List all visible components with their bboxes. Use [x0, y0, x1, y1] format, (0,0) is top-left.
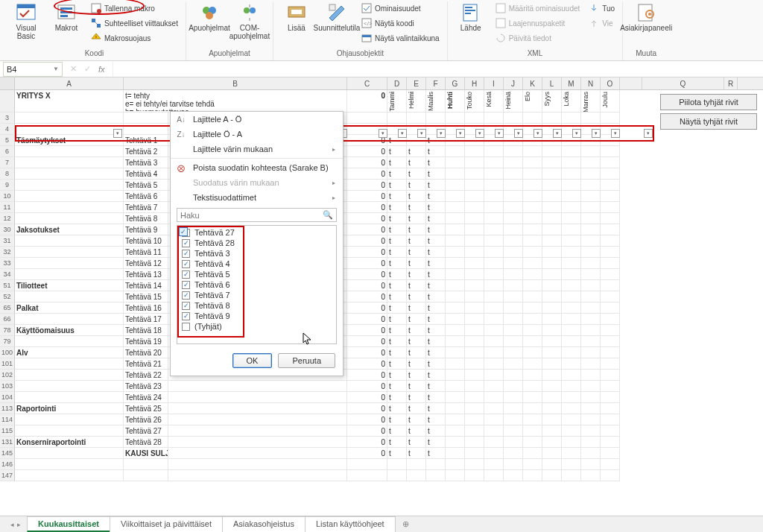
document-panel-button[interactable]: Asiakirjapaneeli [627, 1, 665, 34]
cell[interactable]: t [426, 291, 446, 303]
cell[interactable] [446, 180, 465, 191]
cell[interactable] [446, 213, 465, 224]
cell[interactable]: t [426, 314, 446, 325]
col-header-L[interactable]: L [542, 77, 562, 89]
filter-check-item[interactable]: ✓Tehtävä 9 [179, 311, 335, 321]
cell[interactable] [581, 370, 601, 381]
cell[interactable] [465, 269, 484, 280]
cell[interactable] [426, 113, 446, 124]
cell[interactable]: Konserniraportointi [15, 437, 124, 448]
row-header[interactable]: 115 [0, 425, 15, 437]
cell[interactable] [504, 370, 523, 381]
cell[interactable]: t [407, 425, 426, 437]
cell[interactable] [446, 325, 465, 336]
cell[interactable] [542, 325, 562, 336]
cell[interactable]: 0 [347, 235, 387, 247]
cell[interactable]: t [387, 146, 407, 157]
hide-empty-rows-button[interactable]: Piilota tyhjät rivit [660, 94, 757, 110]
cell[interactable]: Palkat [15, 303, 124, 314]
namebox-dropdown-icon[interactable]: ▼ [53, 66, 59, 72]
cell[interactable]: t [407, 258, 426, 269]
cell[interactable]: t [387, 381, 407, 392]
cell[interactable] [407, 470, 426, 481]
cell[interactable] [523, 146, 542, 157]
cell[interactable] [124, 470, 168, 481]
cell-zero[interactable]: 0 [347, 90, 387, 113]
record-macro-button[interactable]: Tallenna makro [88, 1, 181, 15]
cell[interactable] [15, 414, 124, 425]
cell[interactable] [446, 235, 465, 247]
cell[interactable]: t [426, 425, 446, 437]
cell[interactable] [504, 459, 523, 470]
cell[interactable] [601, 202, 620, 213]
xml-source-button[interactable]: Lähde [452, 1, 490, 34]
cell[interactable] [465, 448, 484, 459]
cell[interactable] [542, 314, 562, 325]
sort-az-item[interactable]: A↓Lajittele A - Ö [171, 112, 343, 127]
cell[interactable]: 0 [347, 336, 387, 347]
cell[interactable] [15, 235, 124, 247]
cell[interactable] [504, 470, 523, 481]
cell[interactable] [542, 168, 562, 180]
cell[interactable] [446, 280, 465, 291]
cell[interactable]: t [407, 235, 426, 247]
cell[interactable] [601, 146, 620, 157]
cell[interactable] [387, 459, 407, 470]
cell[interactable] [504, 314, 523, 325]
cell[interactable] [581, 258, 601, 269]
cell[interactable] [446, 470, 465, 481]
cell[interactable] [465, 213, 484, 224]
cell[interactable]: 0 [347, 280, 387, 291]
row-header[interactable]: 52 [0, 291, 15, 303]
cell[interactable] [465, 336, 484, 347]
cell[interactable] [581, 392, 601, 403]
cell[interactable]: Tehtävä 11 [124, 247, 168, 258]
cell[interactable]: t [387, 269, 407, 280]
col-header-O[interactable]: O [601, 77, 620, 89]
cell[interactable]: Tiliotteet [15, 280, 124, 291]
cell[interactable] [465, 202, 484, 213]
cell[interactable]: t [387, 168, 407, 180]
cell[interactable] [581, 247, 601, 258]
cell[interactable]: t [387, 314, 407, 325]
cell[interactable] [562, 157, 581, 168]
cell[interactable] [484, 425, 504, 437]
add-sheet-button[interactable]: ⊕ [395, 517, 417, 531]
cell[interactable] [15, 291, 124, 303]
cell[interactable]: t [387, 224, 407, 235]
row-header[interactable]: 10 [0, 191, 15, 202]
cell[interactable]: t [407, 224, 426, 235]
cell[interactable] [15, 258, 124, 269]
filter-btn-F[interactable]: ▾ [437, 129, 446, 138]
cell[interactable] [15, 168, 124, 180]
cell[interactable] [484, 168, 504, 180]
cell[interactable] [504, 247, 523, 258]
cell[interactable] [523, 269, 542, 280]
cell[interactable] [484, 113, 504, 124]
cell[interactable] [581, 213, 601, 224]
cell[interactable] [446, 113, 465, 124]
row-header[interactable]: 9 [0, 180, 15, 191]
cell[interactable] [523, 403, 542, 414]
cell[interactable] [523, 414, 542, 425]
cell[interactable] [15, 202, 124, 213]
cell[interactable] [562, 235, 581, 247]
filter-check-item[interactable]: ✓Tehtävä 4 [179, 259, 335, 269]
select-all-checkbox[interactable]: ✓ [179, 227, 188, 236]
cell[interactable] [465, 414, 484, 425]
row-header[interactable]: 78 [0, 325, 15, 336]
filter-checklist[interactable]: ✓ ✓Tehtävä 27✓Tehtävä 28✓Tehtävä 3✓Tehtä… [177, 225, 337, 344]
cell[interactable] [504, 113, 523, 124]
row-header[interactable]: 100 [0, 347, 15, 358]
cell[interactable] [523, 448, 542, 459]
cell[interactable] [542, 336, 562, 347]
cell[interactable] [504, 258, 523, 269]
checkbox-icon[interactable]: ✓ [182, 250, 190, 258]
cell[interactable] [465, 113, 484, 124]
cell[interactable] [542, 146, 562, 157]
row-header[interactable]: 113 [0, 403, 15, 414]
cell[interactable]: t [407, 325, 426, 336]
tab-nav-first-icon[interactable]: ◂ [10, 521, 14, 528]
col-header-F[interactable]: F [426, 77, 446, 89]
cell[interactable]: t [407, 381, 426, 392]
